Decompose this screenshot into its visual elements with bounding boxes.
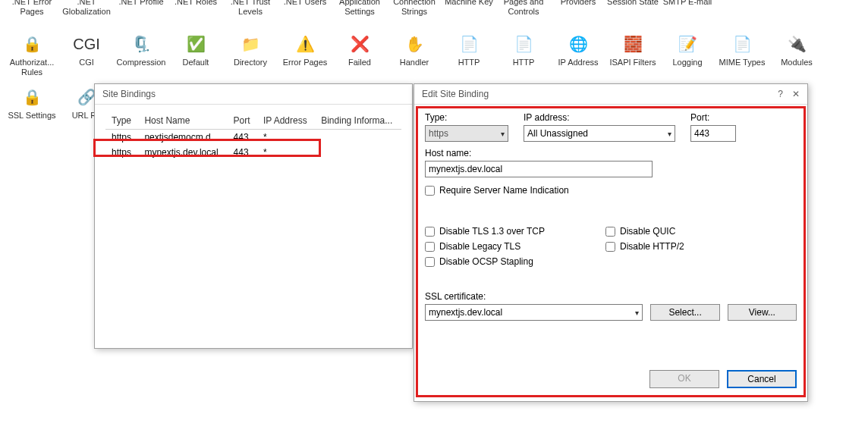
ocsp-checkbox[interactable]	[425, 257, 435, 267]
feature-label: HTTP	[458, 58, 480, 77]
feature-icon[interactable]: 👤.NET Profile	[114, 0, 168, 17]
feature-label: Default	[183, 58, 209, 77]
feature-glyph-icon: 🗜️	[129, 32, 153, 56]
chevron-down-icon: ▾	[501, 130, 505, 138]
help-icon[interactable]: ?	[778, 89, 783, 99]
feature-icon[interactable]: 👥.NET Users	[278, 0, 332, 17]
bindings-header[interactable]: IP Address	[257, 112, 315, 130]
feature-glyph-icon: 📝	[675, 32, 700, 56]
feature-glyph-icon: 📁	[238, 32, 263, 56]
feature-label: Failed	[348, 58, 371, 77]
feature-icon[interactable]: ❌Failed	[332, 32, 387, 77]
feature-label: .NET Roles	[175, 0, 217, 17]
feature-icon[interactable]: 🌐.NET Globalization	[59, 0, 114, 17]
feature-icon[interactable]: 🗜️Compression	[114, 32, 168, 77]
ip-select[interactable]: All Unassigned ▾	[524, 125, 675, 142]
feature-icon[interactable]: ✋Handler	[387, 32, 442, 77]
feature-label: .NET Trust Levels	[223, 0, 278, 17]
feature-label: MIME Types	[719, 58, 766, 77]
feature-icon[interactable]: 🛡️.NET Trust Levels	[223, 0, 278, 17]
feature-icons-row-1: ⚠️.NET Error Pages🌐.NET Globalization👤.N…	[0, 0, 868, 17]
feature-label: .NET Users	[284, 0, 327, 17]
feature-icon[interactable]: 👥.NET Roles	[168, 0, 223, 17]
feature-icons-row-2: 🔒Authorizat... RulesCGICGI🗜️Compression✅…	[0, 32, 868, 77]
feature-icon[interactable]: ⚠️Error Pages	[278, 32, 332, 77]
chevron-down-icon: ▾	[668, 130, 671, 138]
feature-icon[interactable]: 🗂️Session State	[605, 0, 660, 17]
port-label: Port:	[690, 112, 736, 123]
site-bindings-dialog: Site Bindings TypeHost NamePortIP Addres…	[94, 83, 413, 349]
cancel-button[interactable]: Cancel	[727, 370, 797, 388]
feature-glyph-icon: 📄	[730, 32, 754, 56]
bindings-header[interactable]: Host Name	[138, 112, 227, 130]
legacy-tls-checkbox[interactable]	[425, 242, 435, 252]
bindings-header[interactable]: Type	[105, 112, 138, 130]
feature-label: Handler	[400, 58, 429, 77]
port-input[interactable]	[690, 125, 736, 142]
feature-icon[interactable]: 📄HTTP	[442, 32, 496, 77]
table-cell	[315, 145, 401, 160]
feature-icon[interactable]: 🔒SSL Settings	[5, 85, 59, 130]
feature-glyph-icon: 🔒	[20, 85, 44, 109]
feature-icon[interactable]: ⚠️.NET Error Pages	[5, 0, 59, 17]
feature-glyph-icon: 🔌	[785, 32, 809, 56]
feature-glyph-icon: 📄	[511, 32, 536, 56]
http2-checkbox[interactable]	[605, 242, 615, 252]
feature-label: IP Address	[558, 58, 599, 77]
feature-icon[interactable]: ✅Default	[168, 32, 223, 77]
ok-button: OK	[649, 370, 719, 388]
feature-icon[interactable]: 📄MIME Types	[715, 32, 769, 77]
feature-label: Providers	[561, 0, 596, 17]
feature-glyph-icon: ✅	[184, 32, 208, 56]
tls13-checkbox[interactable]	[425, 227, 435, 237]
feature-label: CGI	[79, 58, 94, 77]
site-bindings-titlebar: Site Bindings	[95, 84, 412, 105]
feature-icon[interactable]: ⚙️Providers	[551, 0, 605, 17]
feature-label: Session State	[607, 0, 659, 17]
feature-icon[interactable]: 🧱ISAPI Filters	[605, 32, 660, 77]
feature-icon[interactable]: ⚙️Application Settings	[332, 0, 387, 17]
feature-icon[interactable]: 📄HTTP	[496, 32, 551, 77]
site-bindings-title: Site Bindings	[102, 89, 156, 99]
sni-label: Require Server Name Indication	[439, 185, 569, 196]
feature-label: .NET Error Pages	[5, 0, 59, 17]
feature-label: Machine Key	[445, 0, 493, 17]
feature-icon[interactable]: 📄Pages and Controls	[496, 0, 551, 17]
feature-glyph-icon: ⚠️	[293, 32, 317, 56]
feature-label: Compression	[117, 58, 166, 77]
feature-icon[interactable]: CGICGI	[59, 32, 114, 77]
feature-label: ISAPI Filters	[609, 58, 656, 77]
view-button[interactable]: View...	[728, 304, 797, 321]
feature-label: SSL Settings	[8, 111, 55, 130]
feature-label: SMTP E-mail	[663, 0, 712, 17]
type-select: https ▾	[425, 125, 508, 142]
feature-icon[interactable]: 📁Directory	[223, 32, 278, 77]
sslcert-select[interactable]: mynextjs.dev.local ▾	[425, 304, 643, 321]
bindings-header[interactable]: Binding Informa...	[315, 112, 401, 130]
feature-label: Modules	[781, 58, 813, 77]
feature-icon[interactable]: 🌐IP Address	[551, 32, 605, 77]
ocsp-label: Disable OCSP Stapling	[439, 256, 533, 267]
feature-icon[interactable]: 🔒Authorizat... Rules	[5, 32, 59, 77]
edit-binding-titlebar: Edit Site Binding ? ✕	[414, 84, 807, 105]
feature-icon[interactable]: 🔌Modules	[769, 32, 824, 77]
host-input[interactable]	[425, 161, 653, 177]
bindings-header[interactable]: Port	[228, 112, 257, 130]
feature-label: HTTP	[513, 58, 535, 77]
feature-icon[interactable]: 🔑Machine Key	[442, 0, 496, 17]
sslcert-label: SSL certificate:	[425, 291, 797, 302]
host-label: Host name:	[425, 148, 653, 158]
edit-binding-title: Edit Site Binding	[422, 89, 489, 99]
feature-label: .NET Profile	[118, 0, 163, 17]
feature-icon[interactable]: 🔗Connection Strings	[387, 0, 442, 17]
feature-glyph-icon: 🌐	[566, 32, 590, 56]
chevron-down-icon: ▾	[635, 309, 639, 317]
sni-checkbox[interactable]	[425, 186, 435, 196]
quic-checkbox[interactable]	[605, 227, 615, 237]
feature-icon[interactable]: 📝Logging	[660, 32, 715, 77]
close-icon[interactable]: ✕	[792, 89, 800, 99]
feature-glyph-icon: 🧱	[621, 32, 645, 56]
feature-icon[interactable]: ✉️SMTP E-mail	[660, 0, 715, 17]
feature-label: Logging	[672, 58, 702, 77]
select-button[interactable]: Select...	[650, 304, 719, 321]
